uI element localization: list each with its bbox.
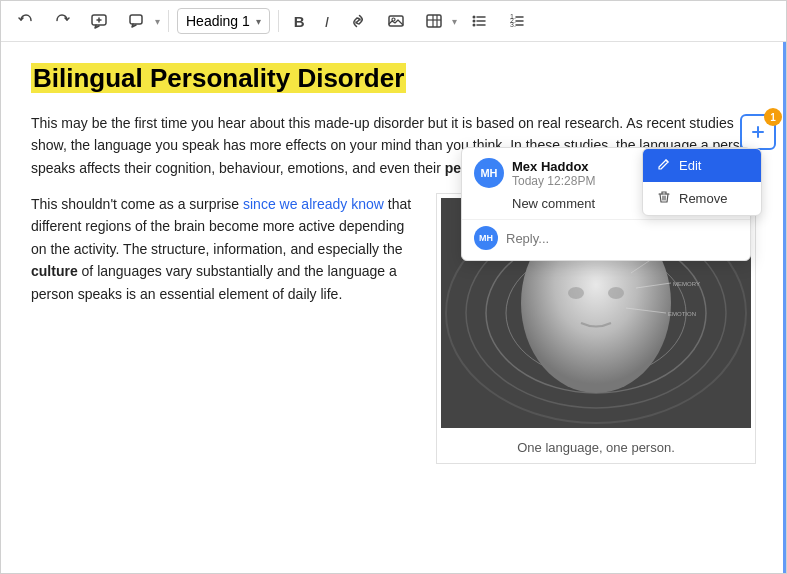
comment-mode-button[interactable] [121,7,153,35]
comment-avatar: MH [474,158,504,188]
svg-text:3.: 3. [510,21,516,28]
image-button[interactable] [380,7,412,35]
dropdown-arrow-comment: ▾ [155,16,160,27]
svg-point-6 [392,18,395,21]
paragraph-link[interactable]: since we already know [243,196,384,212]
numbered-list-button[interactable]: 1. 2. 3. [501,7,533,35]
redo-button[interactable] [47,8,77,34]
heading-select-label: Heading 1 [186,13,250,29]
notification-badge: 1 [764,108,782,126]
svg-rect-3 [130,15,142,24]
svg-point-30 [608,287,624,299]
toolbar-divider-1 [168,10,169,32]
comment-header: MH Mex Haddox Today 12:28PM ✓ ⋮ [462,148,750,194]
heading-dropdown-arrow: ▾ [256,16,261,27]
context-menu-remove-label: Remove [679,191,727,206]
context-menu-edit-label: Edit [679,158,701,173]
table-dropdown-arrow: ▾ [452,16,457,27]
reply-avatar: MH [474,226,498,250]
comment-popup: MH Mex Haddox Today 12:28PM ✓ ⋮ [461,147,751,261]
add-comment-button[interactable] [83,7,115,35]
reply-input[interactable] [506,231,738,246]
image-caption: One language, one person. [441,432,751,459]
heading-select[interactable]: Heading 1 ▾ [177,8,270,34]
svg-point-11 [472,16,475,19]
svg-point-15 [472,24,475,27]
content-left: This shouldn't come as a surprise since … [31,193,416,464]
editor-content: Bilingual Personality Disorder This may … [1,42,786,573]
editor-right-border [783,42,786,573]
toolbar-divider-2 [278,10,279,32]
context-menu: Edit Remove [642,148,762,216]
svg-rect-5 [389,16,403,26]
svg-point-13 [472,20,475,23]
editor-wrapper: ▾ Heading 1 ▾ B I [0,0,787,574]
context-menu-edit[interactable]: Edit [643,149,761,182]
link-button[interactable] [342,7,374,35]
bold-button[interactable]: B [287,9,312,34]
paragraph-2: This shouldn't come as a surprise since … [31,193,416,305]
toolbar: ▾ Heading 1 ▾ B I [1,1,786,42]
svg-rect-7 [427,15,441,27]
svg-line-4 [356,19,360,23]
table-button[interactable] [418,7,450,35]
bullet-list-button[interactable] [463,7,495,35]
svg-point-29 [568,287,584,299]
comment-reply-area: MH [462,219,750,260]
document-title: Bilingual Personality Disorder [31,63,406,93]
italic-button[interactable]: I [318,9,336,34]
edit-icon [657,157,671,174]
context-menu-remove[interactable]: Remove [643,182,761,215]
trash-icon [657,190,671,207]
undo-button[interactable] [11,8,41,34]
svg-text:EMOTION: EMOTION [668,311,696,317]
floating-add-button[interactable]: 1 [740,114,776,150]
document-title-wrapper: Bilingual Personality Disorder [31,62,756,96]
svg-text:MEMORY: MEMORY [673,281,700,287]
